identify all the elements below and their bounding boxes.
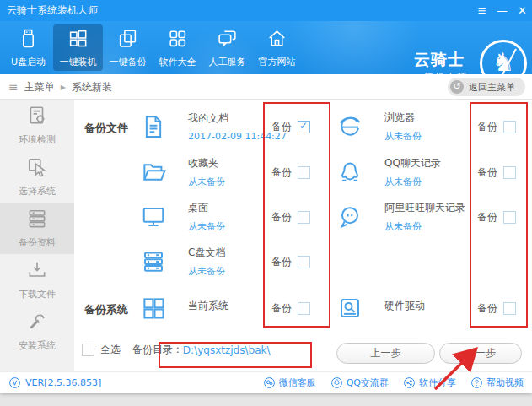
item-title: 当前系统 — [188, 299, 228, 313]
status-link-label: 软件分享 — [419, 376, 456, 389]
window-grid-icon — [67, 28, 89, 52]
main-nav: U盘启动 一键装机 一键备份 软件大全 人工服务 官方网站 — [0, 21, 532, 74]
home-icon — [266, 28, 287, 52]
help-icon — [470, 376, 483, 389]
version-text: VER[2.5.36.853] — [25, 377, 101, 388]
app-window: 云骑士系统装机大师 ≡ — ✕ U盘启动 一键装机 一键备份 软件大全 — [0, 0, 532, 393]
help-videos-link[interactable]: 帮助视频 — [470, 376, 524, 389]
nav-item-one-key-backup[interactable]: 一键备份 — [103, 24, 153, 71]
menu-icon[interactable]: ≡ — [477, 0, 486, 21]
sidebar-item-label: 安装系统 — [19, 339, 56, 352]
nav-item-label: 官方网站 — [259, 56, 296, 68]
backup-item-favorites: 收藏夹从未备份 — [141, 150, 225, 194]
files-group-label: 备份文件 — [84, 121, 128, 136]
sidebar: 环境检测 选择系统 备份资料 下载文件 安装系统 — [0, 100, 74, 371]
backup-panel: 备份文件 备份系统 我的文档2017-02-09 11:44:27 收藏夹从未备… — [74, 100, 532, 371]
item-title: 硬件驱动 — [384, 299, 425, 313]
close-icon[interactable]: ✕ — [518, 0, 527, 21]
four-squares-icon — [167, 28, 188, 52]
backup-item-desktop: 桌面从未备份 — [141, 195, 225, 239]
browser-ie-icon — [337, 114, 363, 139]
copy-squares-icon — [117, 28, 138, 52]
server-stack-icon — [26, 208, 48, 233]
share-link[interactable]: 软件分享 — [403, 376, 456, 389]
monitor-icon — [141, 204, 166, 230]
item-title: 浏览器 — [384, 111, 422, 125]
sidebar-item-install-system[interactable]: 安装系统 — [0, 306, 74, 357]
status-link-label: 帮助视频 — [486, 376, 524, 389]
sidebar-item-select-system[interactable]: 选择系统 — [0, 151, 74, 203]
speech-bubble-icon — [337, 204, 363, 230]
item-last-backup: 从未备份 — [188, 265, 225, 278]
qq-penguin-icon — [337, 160, 363, 185]
nav-item-label: U盘启动 — [11, 56, 46, 68]
status-link-label: QQ交流群 — [347, 376, 389, 389]
brand-name: 云骑士 — [414, 49, 465, 71]
item-last-backup: 从未备份 — [384, 130, 422, 143]
annotation-box-left-checkbox-column — [263, 102, 330, 328]
status-link-label: 微信客服 — [279, 376, 316, 389]
nav-items: U盘启动 一键装机 一键备份 软件大全 人工服务 官方网站 — [3, 21, 302, 74]
backup-item-wangwang-chat: 阿里旺旺聊天记录从未备份 — [337, 195, 465, 239]
breadcrumb-bar: ≡ 主菜单 ▶ 系统新装 ↺ 返回主菜单 — [0, 74, 532, 100]
item-last-backup: 从未备份 — [384, 220, 465, 233]
item-title: 收藏夹 — [188, 156, 225, 171]
download-icon — [26, 259, 48, 284]
nav-item-label: 软件大全 — [159, 56, 196, 68]
drive-stack-icon — [141, 249, 166, 274]
wrench-icon — [26, 311, 48, 336]
item-title: 阿里旺旺聊天记录 — [384, 201, 465, 215]
screen: 云骑士系统装机大师 ≡ — ✕ U盘启动 一键装机 一键备份 软件大全 — [0, 0, 532, 406]
back-to-main-menu-button[interactable]: ↺ 返回主菜单 — [448, 78, 525, 96]
nav-item-usb-boot[interactable]: U盘启动 — [3, 24, 53, 71]
minimize-icon[interactable]: — — [497, 0, 508, 21]
item-title: 桌面 — [188, 201, 225, 215]
backup-item-current-system: 当前系统 — [141, 286, 228, 330]
select-all-checkbox[interactable] — [82, 344, 94, 356]
status-bar: VER[2.5.36.853] 微信客服 QQ交流群 软件分享 帮助视频 — [0, 371, 532, 393]
version-icon — [8, 376, 21, 389]
system-group-label: 备份系统 — [84, 302, 128, 317]
qq-group-link[interactable]: QQ交流群 — [330, 376, 389, 389]
env-check-icon — [26, 105, 48, 130]
item-last-backup: 从未备份 — [384, 176, 441, 188]
share-icon — [403, 376, 416, 389]
cursor-select-icon — [26, 156, 48, 181]
backup-item-hardware-drivers: 硬件驱动 — [337, 286, 425, 330]
item-title: QQ聊天记录 — [384, 156, 441, 171]
previous-step-button[interactable]: 上一步 — [336, 343, 435, 364]
sidebar-item-download-files[interactable]: 下载文件 — [0, 254, 74, 306]
folder-icon — [141, 160, 166, 185]
status-links: 微信客服 QQ交流群 软件分享 帮助视频 — [263, 372, 524, 393]
window-title: 云骑士系统装机大师 — [7, 3, 98, 18]
backup-item-c-drive-docs: C盘文档从未备份 — [141, 240, 225, 284]
nav-item-label: 人工服务 — [209, 56, 246, 68]
nav-item-one-key-install[interactable]: 一键装机 — [53, 24, 103, 71]
undo-arrow-icon: ↺ — [450, 80, 464, 94]
annotation-box-right-checkbox-column — [470, 102, 528, 328]
nav-item-website[interactable]: 官方网站 — [252, 24, 302, 71]
chevron-right-icon: ▶ — [61, 84, 66, 91]
nav-item-label: 一键装机 — [60, 56, 97, 68]
nav-item-label: 一键备份 — [110, 56, 147, 68]
sidebar-item-label: 选择系统 — [19, 185, 56, 198]
annotation-box-backup-directory — [159, 342, 312, 368]
sidebar-item-label: 环境检测 — [19, 133, 56, 146]
nav-item-software[interactable]: 软件大全 — [153, 24, 202, 71]
drive-search-icon — [337, 295, 363, 321]
back-button-label: 返回主菜单 — [469, 81, 515, 94]
item-last-backup: 从未备份 — [188, 220, 225, 233]
breadcrumb-root[interactable]: 主菜单 — [24, 80, 55, 95]
sidebar-item-label: 备份资料 — [19, 236, 56, 249]
chat-bubbles-icon — [217, 28, 238, 52]
sidebar-item-label: 下载文件 — [19, 288, 56, 300]
wechat-service-link[interactable]: 微信客服 — [263, 376, 316, 389]
sidebar-item-env-check[interactable]: 环境检测 — [0, 100, 74, 151]
item-last-backup: 从未备份 — [188, 176, 225, 188]
nav-item-service[interactable]: 人工服务 — [202, 24, 252, 71]
item-title: C盘文档 — [188, 246, 225, 260]
next-step-button[interactable]: 下一步 — [439, 343, 522, 364]
version-info: VER[2.5.36.853] — [8, 372, 101, 393]
sidebar-item-backup-data[interactable]: 备份资料 — [0, 203, 74, 254]
windows-logo-icon — [141, 295, 166, 321]
